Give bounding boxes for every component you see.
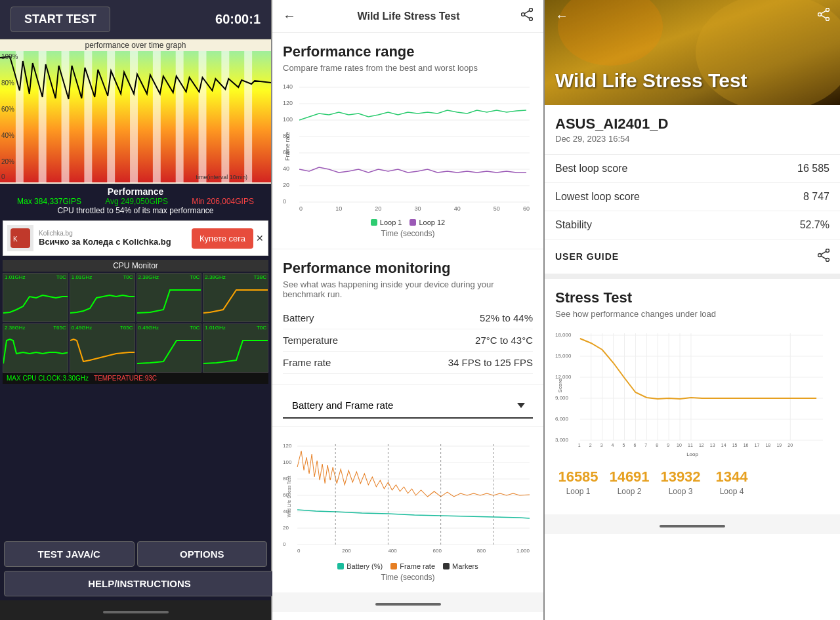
- hero-header-row: ←: [545, 0, 840, 32]
- lowest-loop-label: Lowest loop score: [555, 191, 640, 203]
- legend-loop1-label: Loop 1: [380, 218, 402, 226]
- best-loop-row: Best loop score 16 585: [545, 155, 840, 183]
- dropdown-container[interactable]: Battery and Frame rate Temperature Frame…: [272, 385, 543, 427]
- panel-stress-test-results: ← Wild Life Stress Test Performance rang…: [272, 0, 545, 620]
- cpu-cell-5: 0.49GHz T65C: [70, 323, 135, 373]
- svg-line-90: [821, 256, 826, 258]
- best-loop-value: 16 585: [797, 163, 830, 175]
- loop-score-2: 14691 Loop 2: [606, 468, 652, 496]
- panel2-title: Wild Life Stress Test: [357, 10, 459, 22]
- battery-value: 52% to 44%: [480, 312, 533, 323]
- legend-framerate-dot: [390, 563, 397, 569]
- svg-point-83: [826, 18, 830, 21]
- bottom-buttons: TEST JAVA/C OPTIONS: [0, 537, 271, 571]
- user-guide-row[interactable]: USER GUIDE: [545, 239, 840, 279]
- cpu-cell-5-temp: T65C: [120, 325, 133, 331]
- svg-text:20: 20: [788, 443, 793, 447]
- home-indicator-2: [272, 592, 543, 612]
- svg-text:2: 2: [589, 443, 592, 447]
- stress-test-title: Stress Test: [555, 289, 830, 306]
- framerate-label: Frame rate: [283, 357, 331, 368]
- svg-text:17: 17: [755, 443, 760, 447]
- cpu-cell-5-freq: 0.49GHz: [72, 325, 93, 331]
- svg-text:20: 20: [283, 182, 289, 188]
- stress-chart-svg: 18,000 15,000 12,000 9,000 6,000 3,000: [555, 327, 830, 458]
- svg-point-86: [826, 249, 830, 253]
- test-java-button[interactable]: TEST JAVA/C: [4, 541, 135, 567]
- svg-text:14: 14: [721, 443, 726, 447]
- cpu-cell-0: 1.01GHz T0C: [3, 273, 68, 322]
- options-button[interactable]: OPTIONS: [137, 541, 268, 567]
- cpu-cell-3: 2.38GHz T38C: [203, 273, 268, 322]
- lowest-loop-row: Lowest loop score 8 747: [545, 183, 840, 211]
- panel-benchmark: START TEST 60:00:1 performance over time…: [0, 0, 272, 620]
- perf-graph-title: performance over time graph: [0, 39, 271, 51]
- perf-throttle-label: CPU throttled to 54% of its max performa…: [5, 206, 266, 215]
- start-test-button[interactable]: START TEST: [10, 7, 110, 32]
- perf-range-subtitle: Compare frame rates from the best and wo…: [283, 63, 533, 73]
- stability-row: Stability 52.7%: [545, 211, 840, 239]
- back-button-panel2[interactable]: ←: [283, 9, 296, 24]
- svg-point-23: [521, 13, 524, 16]
- legend-markers-label: Markers: [452, 562, 478, 570]
- legend-framerate-label: Frame rate: [400, 562, 435, 570]
- svg-line-89: [821, 251, 826, 254]
- svg-text:12: 12: [699, 443, 704, 447]
- svg-text:9,000: 9,000: [555, 395, 568, 401]
- ad-banner: K Kolichka.bg Всичко за Коледа с Kolichk…: [3, 220, 268, 256]
- back-button-panel3[interactable]: ←: [555, 9, 568, 24]
- ad-button[interactable]: Купете сега: [192, 228, 253, 249]
- svg-text:60%: 60%: [1, 106, 14, 113]
- perf-min-label: Min 206,004GIPS: [192, 197, 254, 206]
- svg-text:140: 140: [283, 83, 293, 90]
- panel1-header: START TEST 60:00:1: [0, 0, 271, 39]
- cpu-grid: 1.01GHz T0C 1.01GHz T0C 2.38GHz T0C 2.38…: [3, 273, 268, 373]
- ad-text: Всичко за Коледа с Kolichka.bg: [39, 237, 192, 247]
- loop-score-4: 1344 Loop 4: [709, 468, 755, 496]
- perf-monitoring-title: Performance monitoring: [283, 260, 533, 277]
- hero-title: Wild Life Stress Test: [555, 70, 801, 92]
- cpu-cell-2-freq: 2.38GHz: [138, 274, 159, 280]
- ad-close-icon[interactable]: ✕: [256, 233, 264, 243]
- cpu-cell-6: 0.49GHz T0C: [136, 323, 202, 373]
- svg-text:10: 10: [335, 205, 342, 212]
- home-bar-3: [660, 525, 725, 527]
- loop-score-2-value: 14691: [606, 468, 652, 486]
- legend-markers: Markers: [443, 562, 478, 570]
- user-guide-share-icon[interactable]: [818, 249, 830, 264]
- legend-battery-label: Battery (%): [346, 562, 383, 570]
- svg-text:20: 20: [283, 525, 289, 531]
- home-bar-1: [103, 611, 169, 613]
- monitoring-row-temp: Temperature 27°C to 43°C: [283, 329, 533, 352]
- svg-point-88: [826, 258, 830, 262]
- battery-chart-section: 120 100 80 60 40 20 0 0 200 400 600 800 …: [272, 427, 543, 592]
- battery-chart-legend: Battery (%) Frame rate Markers: [283, 562, 533, 570]
- svg-text:0: 0: [299, 205, 303, 212]
- svg-text:K: K: [13, 236, 18, 243]
- svg-text:0: 0: [283, 541, 286, 547]
- loop-score-4-value: 1344: [709, 468, 755, 486]
- svg-text:40: 40: [283, 165, 289, 172]
- perf-range-section: Performance range Compare frame rates fr…: [272, 33, 543, 249]
- perf-stats-title: Performance: [5, 186, 266, 197]
- svg-text:120: 120: [283, 100, 293, 106]
- cpu-monitor-title: CPU Monitor: [3, 260, 268, 272]
- cpu-cell-0-temp: T0C: [56, 274, 66, 280]
- share-button-panel3[interactable]: [818, 8, 830, 24]
- cpu-cell-2: 2.38GHz T0C: [136, 273, 202, 322]
- svg-text:Wild Life Stress Test: Wild Life Stress Test: [287, 476, 291, 517]
- svg-text:0: 0: [1, 173, 5, 180]
- monitoring-row-framerate: Frame rate 34 FPS to 125 FPS: [283, 352, 533, 374]
- svg-text:16: 16: [744, 443, 749, 447]
- svg-text:40: 40: [454, 205, 461, 212]
- chart-type-dropdown[interactable]: Battery and Frame rate Temperature Frame…: [283, 393, 533, 419]
- help-button[interactable]: HELP/INSTRUCTIONS: [4, 571, 275, 596]
- legend-battery-dot: [337, 563, 344, 569]
- legend-loop12-label: Loop 12: [419, 218, 445, 226]
- lowest-loop-value: 8 747: [803, 191, 830, 203]
- legend-loop12-dot: [410, 219, 416, 226]
- timer-display: 60:00:1: [215, 12, 261, 27]
- svg-text:6,000: 6,000: [555, 416, 568, 422]
- frame-rate-chart: 140 120 100 80 60 40 20 0 0 10 20 30 40 …: [283, 81, 533, 212]
- share-button-panel2[interactable]: [521, 8, 533, 24]
